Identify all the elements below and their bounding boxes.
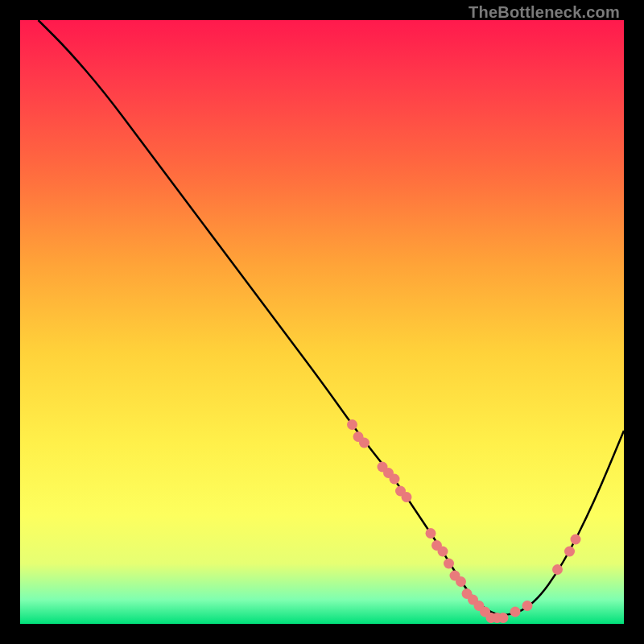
watermark-text: TheBottleneck.com <box>469 3 620 22</box>
scatter-point <box>390 474 400 485</box>
curve-bottleneck-curve <box>39 20 625 615</box>
scatter-point <box>402 492 412 502</box>
scatter-point <box>359 438 369 448</box>
scatter-point <box>426 528 436 539</box>
scatter-point <box>522 601 533 611</box>
scatter-point <box>510 607 521 617</box>
scatter-point <box>571 535 581 545</box>
scatter-point <box>498 613 509 623</box>
scatter-point <box>564 547 575 557</box>
scatter-point <box>456 576 466 587</box>
scatter-point <box>444 559 454 569</box>
chart-plot-area <box>20 20 624 624</box>
scatter-point <box>347 419 357 430</box>
scatter-point <box>552 564 563 575</box>
chart-svg <box>20 20 624 624</box>
scatter-point <box>438 547 448 557</box>
